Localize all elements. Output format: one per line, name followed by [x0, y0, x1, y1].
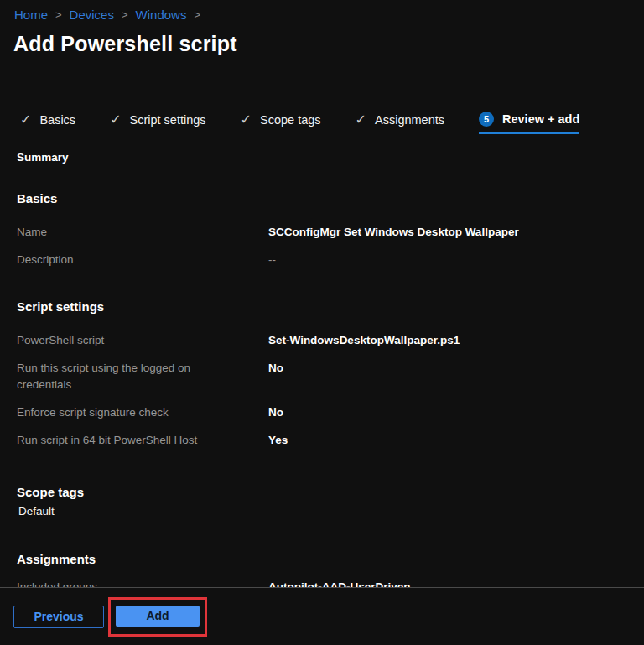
- breadcrumb: Home > Devices > Windows >: [0, 0, 644, 22]
- add-powershell-script-page: Home > Devices > Windows > Add Powershel…: [0, 0, 644, 645]
- tab-label: Scope tags: [260, 113, 321, 127]
- section-heading-assignments: Assignments: [17, 552, 644, 566]
- section-heading-scope-tags: Scope tags: [17, 485, 644, 499]
- field-value: No: [268, 404, 283, 421]
- field-label: Description: [17, 252, 268, 268]
- add-button[interactable]: Add: [116, 606, 200, 627]
- summary-row: PowerShell script Set-WindowsDesktopWall…: [17, 332, 644, 349]
- tab-label: Script settings: [130, 113, 206, 127]
- check-icon: ✓: [20, 113, 31, 127]
- field-value: Set-WindowsDesktopWallpaper.ps1: [268, 332, 460, 349]
- field-label: PowerShell script: [17, 332, 268, 349]
- field-label: Enforce script signature check: [17, 404, 268, 421]
- check-icon: ✓: [110, 113, 121, 127]
- field-label: Name: [17, 224, 268, 241]
- chevron-right-icon: >: [122, 8, 128, 21]
- check-icon: ✓: [356, 113, 366, 127]
- field-value: No: [268, 360, 283, 377]
- annotation-box: Add: [108, 597, 207, 637]
- tab-script-settings[interactable]: ✓ Script settings: [110, 113, 205, 134]
- chevron-right-icon: >: [194, 8, 200, 21]
- tab-label: Basics: [39, 113, 75, 127]
- scope-tag-value: Default: [18, 505, 644, 518]
- section-heading-basics: Basics: [17, 191, 644, 205]
- chevron-right-icon: >: [55, 8, 62, 21]
- summary-heading: Summary: [17, 151, 644, 164]
- tab-label: Assignments: [375, 113, 444, 127]
- page-title: Add Powershell script: [0, 22, 644, 56]
- step-number-badge: 5: [479, 112, 494, 127]
- breadcrumb-home[interactable]: Home: [14, 8, 48, 22]
- summary-row: Name SCConfigMgr Set Windows Desktop Wal…: [17, 224, 644, 241]
- tab-label: Review + add: [502, 112, 579, 126]
- field-label: Run this script using the logged on cred…: [17, 360, 268, 393]
- field-value: --: [268, 252, 276, 268]
- summary-row: Enforce script signature check No: [17, 404, 644, 421]
- field-value: SCConfigMgr Set Windows Desktop Wallpape…: [268, 224, 519, 241]
- tab-scope-tags[interactable]: ✓ Scope tags: [241, 113, 321, 134]
- field-value: Yes: [268, 432, 288, 449]
- breadcrumb-windows[interactable]: Windows: [136, 8, 187, 22]
- tab-review-add[interactable]: 5 Review + add: [479, 112, 579, 134]
- summary-row: Description --: [17, 252, 644, 268]
- wizard-step-tabs: ✓ Basics ✓ Script settings ✓ Scope tags …: [20, 112, 644, 134]
- summary-row: Run this script using the logged on cred…: [17, 360, 644, 393]
- breadcrumb-devices[interactable]: Devices: [70, 8, 114, 22]
- field-label: Run script in 64 bit PowerShell Host: [17, 432, 268, 449]
- tab-assignments[interactable]: ✓ Assignments: [356, 113, 444, 134]
- tab-basics[interactable]: ✓ Basics: [20, 113, 75, 134]
- section-heading-script-settings: Script settings: [17, 299, 644, 314]
- check-icon: ✓: [241, 113, 252, 127]
- footer-action-bar: Previous Add: [0, 587, 644, 645]
- previous-button[interactable]: Previous: [13, 606, 104, 628]
- summary-row: Run script in 64 bit PowerShell Host Yes: [17, 432, 644, 449]
